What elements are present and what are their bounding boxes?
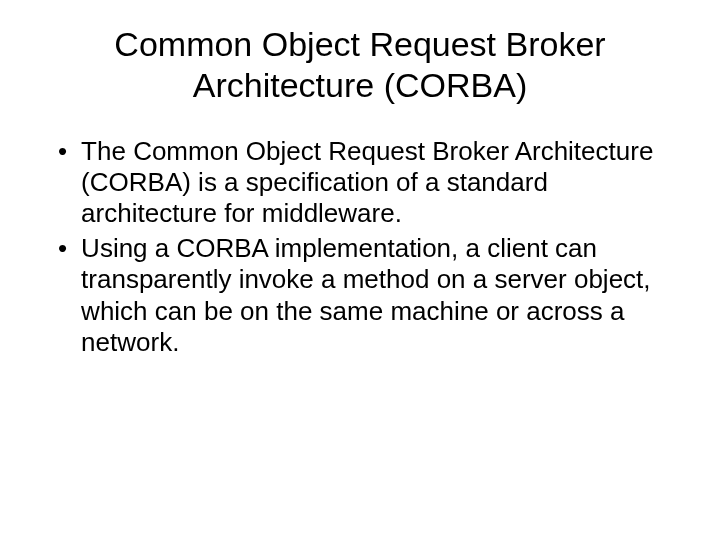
list-item: • Using a CORBA implementation, a client…: [58, 233, 670, 358]
bullet-icon: •: [58, 233, 67, 264]
bullet-text: Using a CORBA implementation, a client c…: [81, 233, 670, 358]
bullet-list: • The Common Object Request Broker Archi…: [50, 136, 670, 358]
bullet-text: The Common Object Request Broker Archite…: [81, 136, 670, 230]
list-item: • The Common Object Request Broker Archi…: [58, 136, 670, 230]
slide-title: Common Object Request Broker Architectur…: [50, 24, 670, 106]
bullet-icon: •: [58, 136, 67, 167]
